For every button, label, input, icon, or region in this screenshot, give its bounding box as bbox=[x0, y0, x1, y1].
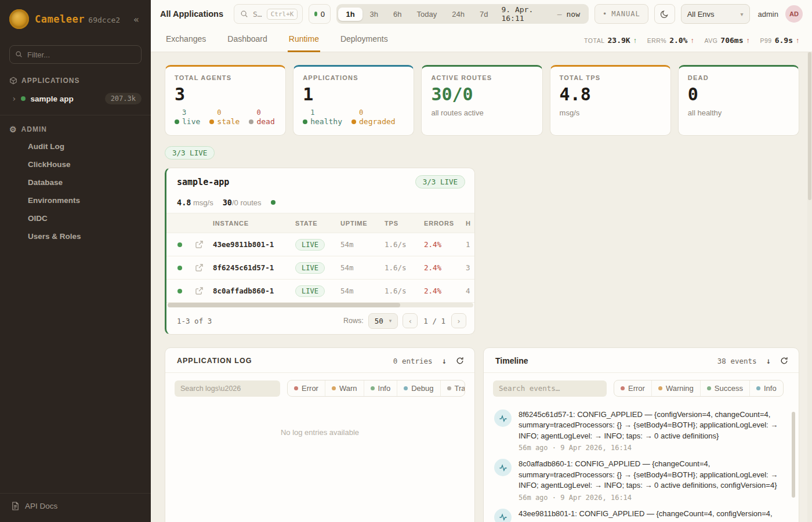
online-status-button[interactable]: O bbox=[309, 4, 331, 24]
time-range-6h[interactable]: 6h bbox=[386, 8, 409, 21]
tab-deployments[interactable]: Deployments bbox=[339, 34, 389, 52]
stat-err: ERR% 2.0% ↑ bbox=[647, 36, 694, 45]
tab-exchanges[interactable]: Exchanges bbox=[165, 34, 207, 52]
download-icon[interactable]: ↓ bbox=[766, 356, 771, 365]
live-summary-badge: 3/3 LIVE bbox=[165, 146, 215, 160]
col-state: STATE bbox=[293, 220, 338, 227]
tab-runtime[interactable]: Runtime bbox=[288, 34, 320, 52]
rows-per-page-select[interactable]: 50▾ bbox=[368, 313, 398, 329]
external-link-icon[interactable] bbox=[187, 287, 211, 295]
filter-warn[interactable]: Warn bbox=[325, 380, 364, 396]
timeline-event: 43ee9811b801-1: CONFIG_APPLIED — {change… bbox=[494, 509, 786, 522]
manual-refresh-button[interactable]: • MANUAL bbox=[594, 4, 648, 24]
status-dot bbox=[303, 119, 307, 124]
filter-warning[interactable]: Warning bbox=[651, 380, 700, 396]
table-row[interactable]: 43ee9811b801-1 LIVE 54m 1.6/s 2.4% 1 bbox=[166, 233, 474, 256]
status-dot bbox=[249, 119, 253, 124]
sidebar-filter-input[interactable] bbox=[9, 45, 142, 64]
sidebar-item-users-roles[interactable]: Users & Roles bbox=[0, 227, 151, 245]
download-icon[interactable]: ↓ bbox=[442, 356, 447, 365]
table-row[interactable]: 8f6245c61d57-1 LIVE 54m 1.6/s 2.4% 3 bbox=[166, 256, 474, 280]
warning-dot bbox=[658, 386, 662, 390]
date-from: 9. Apr. 16:11 bbox=[501, 5, 552, 23]
col-tps: TPS bbox=[382, 220, 422, 227]
time-range-1h[interactable]: 1h bbox=[338, 8, 362, 21]
date-to: now bbox=[567, 10, 580, 19]
next-page-button[interactable]: › bbox=[451, 313, 466, 328]
manual-label: MANUAL bbox=[611, 10, 640, 18]
card-total-tps: TOTAL TPS 4.8 msg/s bbox=[550, 65, 671, 136]
time-range-7d[interactable]: 7d bbox=[472, 8, 495, 21]
filter-success[interactable]: Success bbox=[700, 380, 749, 396]
stat-total: TOTAL 23.9K ↑ bbox=[584, 36, 637, 45]
filter-trace[interactable]: Trace bbox=[440, 380, 465, 396]
app-item-count-badge: 207.3k bbox=[105, 93, 142, 104]
card-dead: DEAD 0 all healthy bbox=[678, 65, 799, 136]
env-select[interactable]: All Envs ▾ bbox=[681, 4, 750, 24]
tab-dashboard[interactable]: Dashboard bbox=[226, 34, 269, 52]
arrow-up-icon: ↑ bbox=[690, 37, 694, 45]
page-scrollbar[interactable] bbox=[807, 52, 812, 522]
activity-icon bbox=[494, 459, 512, 476]
table-row[interactable]: 8c0affadb860-1 LIVE 54m 1.6/s 2.4% 4 bbox=[166, 280, 474, 303]
card-total-agents: TOTAL AGENTS 3 3live 0stale 0dead bbox=[165, 65, 286, 136]
app-version: 69dcce2 bbox=[88, 16, 120, 24]
app-panel-title: sample-app bbox=[177, 177, 229, 187]
refresh-icon[interactable] bbox=[456, 357, 464, 365]
time-range-group: 1h 3h 6h Today 24h 7d 9. Apr. 16:11 – no… bbox=[336, 4, 589, 24]
sidebar-item-environments[interactable]: Environments bbox=[0, 191, 151, 209]
avatar[interactable]: AD bbox=[785, 5, 803, 23]
app-panel-stats: 4.8 msg/s 30/0 routes bbox=[166, 194, 474, 213]
package-icon bbox=[9, 77, 17, 85]
global-search-button[interactable]: S… Ctrl+K bbox=[234, 4, 303, 24]
sidebar-item-audit-log[interactable]: Audit Log bbox=[0, 137, 151, 155]
chevron-right-icon[interactable]: › bbox=[12, 94, 16, 103]
col-instance: INSTANCE bbox=[211, 220, 293, 227]
filter-error[interactable]: Error bbox=[288, 380, 325, 396]
sidebar-item-database[interactable]: Database bbox=[0, 173, 151, 191]
sidebar-collapse-icon[interactable]: « bbox=[130, 13, 143, 26]
time-range-3h[interactable]: 3h bbox=[362, 8, 386, 21]
gear-icon: ⚙ bbox=[9, 125, 17, 134]
rows-label: Rows: bbox=[343, 317, 364, 325]
timeline-search-input[interactable] bbox=[493, 380, 607, 397]
time-range-today[interactable]: Today bbox=[409, 8, 445, 21]
date-range-display[interactable]: 9. Apr. 16:11 – now bbox=[495, 5, 587, 23]
state-badge: LIVE bbox=[295, 239, 325, 251]
error-dot bbox=[294, 386, 298, 390]
external-link-icon[interactable] bbox=[187, 241, 211, 248]
refresh-icon[interactable] bbox=[780, 357, 788, 365]
sidebar-item-api-docs[interactable]: API Docs bbox=[0, 494, 151, 522]
theme-toggle-button[interactable] bbox=[654, 4, 675, 24]
col-h-clipped: H bbox=[463, 220, 474, 227]
search-icon bbox=[240, 10, 248, 18]
date-separator: – bbox=[557, 10, 562, 19]
info-dot bbox=[371, 386, 375, 390]
time-range-24h[interactable]: 24h bbox=[444, 8, 472, 21]
log-panel-title: APPLICATION LOG bbox=[177, 357, 252, 365]
timeline-scrollbar[interactable] bbox=[792, 412, 795, 498]
arrow-up-icon: ↑ bbox=[746, 37, 750, 45]
online-status-dot bbox=[314, 12, 317, 16]
sidebar-item-sample-app[interactable]: › sample app 207.3k bbox=[0, 88, 151, 109]
app-live-badge: 3/3 LIVE bbox=[415, 175, 465, 188]
prev-page-button[interactable]: ‹ bbox=[403, 313, 418, 328]
external-link-icon[interactable] bbox=[187, 264, 211, 271]
sidebar: Cameleer 69dcce2 « APPLICATIONS › sample… bbox=[0, 0, 151, 522]
scrollbar-thumb[interactable] bbox=[168, 303, 400, 307]
sidebar-item-oidc[interactable]: OIDC bbox=[0, 209, 151, 227]
scrollbar-thumb[interactable] bbox=[808, 52, 811, 200]
filter-debug[interactable]: Debug bbox=[397, 380, 440, 396]
timeline-events-list: 8f6245c61d57-1: CONFIG_APPLIED — {config… bbox=[484, 404, 799, 522]
instance-status-dot bbox=[177, 266, 182, 270]
filter-info[interactable]: Info bbox=[749, 380, 783, 396]
page-title: All Applications bbox=[160, 9, 223, 19]
filter-error[interactable]: Error bbox=[614, 380, 651, 396]
status-dot bbox=[175, 119, 179, 124]
chevron-down-icon: ▾ bbox=[389, 318, 392, 324]
filter-info[interactable]: Info bbox=[364, 380, 397, 396]
table-horizontal-scrollbar[interactable] bbox=[168, 303, 473, 307]
arrow-up-icon: ↑ bbox=[633, 37, 637, 45]
log-search-input[interactable] bbox=[175, 380, 280, 397]
sidebar-item-clickhouse[interactable]: ClickHouse bbox=[0, 155, 151, 173]
